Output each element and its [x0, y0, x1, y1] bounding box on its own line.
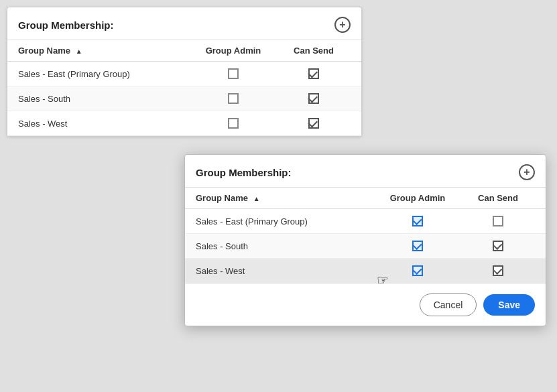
- checkbox-checked-dark-icon[interactable]: [493, 241, 503, 251]
- checkbox-unchecked-icon[interactable]: [228, 68, 239, 79]
- table-row: Sales - East (Primary Group): [185, 209, 546, 234]
- checkbox-unchecked-icon[interactable]: [228, 93, 239, 104]
- bg-row1-admin-check[interactable]: [190, 68, 277, 79]
- bg-row2-admin-check[interactable]: [190, 93, 277, 104]
- dialog-panel-title: Group Membership:: [196, 167, 292, 178]
- checkbox-checked-blue-icon[interactable]: [412, 216, 423, 226]
- dialog-row3-group-name: Sales - West: [196, 266, 374, 276]
- bg-panel-title: Group Membership:: [18, 19, 114, 31]
- bg-col-can-send: Can Send: [277, 46, 351, 56]
- checkbox-unchecked-icon[interactable]: [493, 216, 503, 226]
- dialog-row1-can-send-check[interactable]: [461, 216, 535, 226]
- bg-row2-can-send-check[interactable]: [277, 93, 351, 104]
- checkbox-checked-icon[interactable]: [308, 118, 319, 129]
- checkbox-checked-blue-icon[interactable]: [412, 241, 423, 251]
- dialog-row2-admin-check[interactable]: [374, 241, 461, 251]
- bg-col-group-name: Group Name ▲: [18, 46, 190, 56]
- table-row: Sales - South: [7, 86, 361, 111]
- bg-col-group-admin: Group Admin: [190, 46, 277, 56]
- bg-row3-admin-check[interactable]: [190, 118, 277, 129]
- dialog-group-membership-panel: Group Membership: + Group Name ▲ Group A…: [184, 154, 546, 326]
- dialog-row2-group-name: Sales - South: [196, 241, 374, 251]
- checkbox-checked-dark-icon[interactable]: [493, 265, 503, 276]
- table-row: Sales - West ☞: [185, 259, 546, 283]
- checkbox-unchecked-icon[interactable]: [228, 118, 239, 129]
- table-row: Sales - West: [7, 111, 361, 136]
- bg-table: Group Name ▲ Group Admin Can Send Sales …: [7, 40, 361, 136]
- background-group-membership-panel: Group Membership: + Group Name ▲ Group A…: [7, 7, 362, 137]
- bg-row2-group-name: Sales - South: [18, 94, 190, 104]
- bg-row1-group-name: Sales - East (Primary Group): [18, 69, 190, 79]
- dialog-panel-header: Group Membership: +: [185, 155, 546, 188]
- dialog-row2-can-send-check[interactable]: [461, 241, 535, 251]
- dialog-table: Group Name ▲ Group Admin Can Send Sales …: [185, 188, 546, 283]
- bg-add-button[interactable]: +: [334, 17, 351, 33]
- sort-asc-icon: ▲: [253, 195, 260, 202]
- bg-table-header: Group Name ▲ Group Admin Can Send: [7, 40, 361, 62]
- dialog-row3-can-send-check[interactable]: [461, 265, 535, 276]
- checkbox-checked-icon[interactable]: [308, 93, 319, 104]
- bg-row3-group-name: Sales - West: [18, 119, 190, 129]
- dialog-table-header: Group Name ▲ Group Admin Can Send: [185, 188, 546, 209]
- table-row: Sales - East (Primary Group): [7, 62, 361, 86]
- save-button[interactable]: Save: [483, 294, 535, 316]
- bg-row3-can-send-check[interactable]: [277, 118, 351, 129]
- dialog-col-can-send: Can Send: [461, 193, 535, 203]
- dialog-col-group-admin: Group Admin: [374, 193, 461, 203]
- checkbox-checked-icon[interactable]: [308, 68, 319, 79]
- dialog-col-group-name: Group Name ▲: [196, 193, 374, 203]
- checkbox-checked-blue-icon[interactable]: [412, 265, 423, 276]
- dialog-row1-group-name: Sales - East (Primary Group): [196, 216, 374, 226]
- bg-row1-can-send-check[interactable]: [277, 68, 351, 79]
- bg-panel-header: Group Membership: +: [7, 7, 361, 40]
- table-row: Sales - South: [185, 234, 546, 259]
- dialog-row1-admin-check[interactable]: [374, 216, 461, 226]
- dialog-footer: Cancel Save: [185, 283, 546, 326]
- dialog-row3-admin-check[interactable]: ☞: [374, 265, 461, 276]
- dialog-add-button[interactable]: +: [519, 164, 535, 180]
- cancel-button[interactable]: Cancel: [420, 293, 477, 316]
- sort-asc-icon: ▲: [76, 48, 82, 55]
